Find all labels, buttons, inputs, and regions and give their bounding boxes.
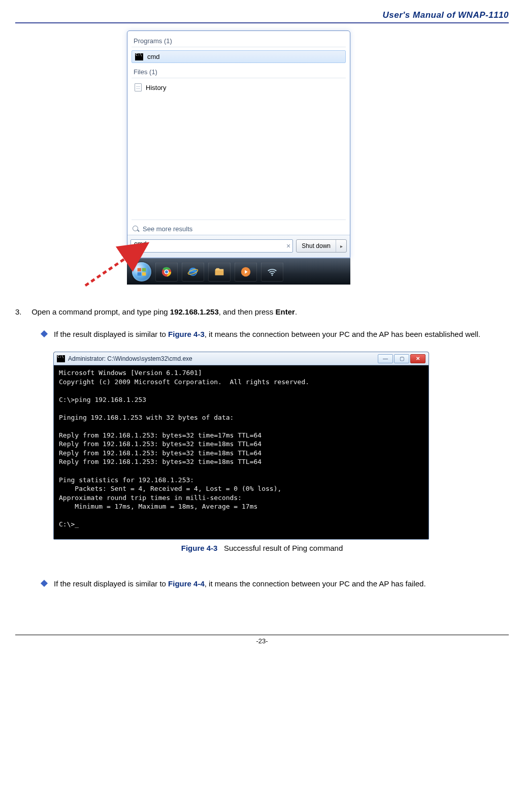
search-input[interactable]: cmd ×: [130, 239, 293, 253]
figure-title: Successful result of Ping command: [224, 544, 343, 552]
ip-address: 192.168.1.253: [170, 307, 219, 316]
taskbar: [127, 258, 350, 285]
see-more-label: See more results: [143, 225, 192, 233]
cmd-titlebar: Administrator: C:\Windows\system32\cmd.e…: [54, 352, 429, 365]
start-button[interactable]: [132, 262, 151, 282]
cmd-icon: [57, 355, 65, 362]
windows-logo-icon: [137, 267, 147, 277]
window-controls: — ▢ ✕: [378, 354, 425, 363]
cmd-icon: [135, 53, 143, 60]
close-button[interactable]: ✕: [410, 354, 425, 363]
svg-rect-1: [142, 268, 146, 271]
figure-ref: Figure 4-4: [168, 579, 205, 588]
file-item-label: History: [146, 84, 166, 91]
text: , it means the connection between your P…: [205, 330, 480, 338]
shut-down-label: Shut down: [297, 240, 336, 252]
text: Open a command prompt, and type ping: [31, 307, 170, 316]
header-divider: [15, 22, 509, 23]
files-group-label: Files (1): [134, 68, 346, 76]
footer-divider: [15, 635, 509, 635]
cmd-output: Microsoft Windows [Version 6.1.7601] Cop…: [54, 365, 429, 539]
page-number: -23-: [15, 637, 509, 645]
figure-4-3: Administrator: C:\Windows\system32\cmd.e…: [53, 352, 429, 540]
file-item-history[interactable]: History: [132, 81, 346, 93]
enter-key: Enter: [276, 307, 295, 316]
figure-4-2: Programs (1) cmd Files (1) History See m…: [15, 30, 509, 269]
step-3-text: 3. Open a command prompt, and type ping …: [15, 306, 509, 318]
step-number: 3.: [15, 306, 29, 318]
search-value: cmd: [134, 240, 147, 247]
figure-ref: Figure 4-3: [168, 330, 205, 338]
text: If the result displayed is similar to: [54, 579, 168, 588]
divider: [132, 78, 346, 78]
media-player-icon: [240, 266, 251, 277]
text: , it means the connection between your P…: [205, 579, 426, 588]
page-header-title: User's Manual of WNAP-1110: [15, 10, 509, 22]
shut-down-button[interactable]: Shut down ▸: [296, 239, 347, 253]
taskbar-app-wifi[interactable]: [261, 262, 283, 282]
bullet-2-text: If the result displayed is similar to Fi…: [54, 577, 426, 591]
diamond-bullet-icon: [41, 580, 48, 587]
maximize-button[interactable]: ▢: [394, 354, 409, 363]
svg-point-11: [272, 274, 273, 276]
taskbar-app-ie[interactable]: [182, 262, 204, 282]
svg-rect-3: [142, 272, 146, 275]
program-item-cmd[interactable]: cmd: [132, 50, 346, 63]
text: .: [295, 307, 297, 316]
bullet-1-text: If the result displayed is similar to Fi…: [54, 327, 480, 342]
see-more-results[interactable]: See more results: [132, 223, 346, 235]
text: , and then press: [219, 307, 276, 316]
cmd-window: Administrator: C:\Windows\system32\cmd.e…: [53, 352, 429, 540]
document-icon: [135, 83, 142, 91]
start-menu-panel: Programs (1) cmd Files (1) History See m…: [127, 30, 350, 258]
divider: [132, 47, 346, 47]
ie-icon: [187, 266, 199, 277]
minimize-button[interactable]: —: [378, 354, 393, 363]
text: If the result displayed is similar to: [54, 330, 168, 338]
chrome-icon: [161, 266, 172, 277]
programs-group-label: Programs (1): [134, 37, 346, 45]
bullet-1: If the result displayed is similar to Fi…: [42, 327, 509, 342]
taskbar-app-media[interactable]: [235, 262, 257, 282]
taskbar-app-chrome[interactable]: [155, 262, 178, 282]
svg-rect-2: [138, 272, 142, 275]
svg-point-6: [165, 270, 168, 273]
taskbar-app-explorer[interactable]: [208, 262, 231, 282]
start-menu-bottom-row: cmd × Shut down ▸: [127, 235, 350, 258]
cmd-title: Administrator: C:\Windows\system32\cmd.e…: [68, 355, 378, 362]
diamond-bullet-icon: [41, 330, 48, 337]
search-icon: [133, 226, 140, 233]
folder-icon: [214, 266, 225, 277]
clear-icon[interactable]: ×: [286, 242, 290, 250]
svg-rect-0: [138, 268, 142, 271]
chevron-right-icon[interactable]: ▸: [336, 243, 346, 249]
bullet-2: If the result displayed is similar to Fi…: [42, 577, 509, 591]
divider: [132, 220, 346, 220]
wifi-icon: [267, 266, 278, 277]
figure-number: Figure 4-3: [181, 544, 218, 552]
figure-4-3-caption: Figure 4-3 Successful result of Ping com…: [15, 544, 509, 552]
program-item-label: cmd: [147, 53, 160, 60]
